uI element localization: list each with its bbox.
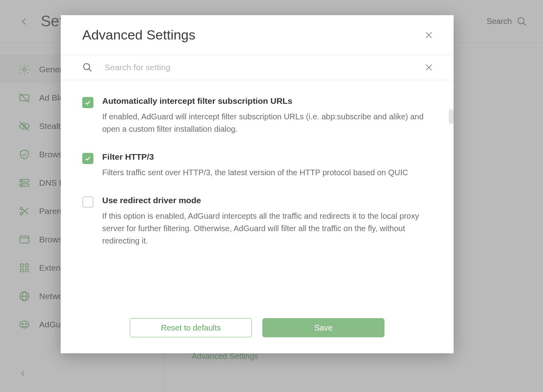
checkbox-redirect-driver[interactable] [82,196,93,208]
close-icon[interactable] [424,30,434,40]
setting-text: Use redirect driver mode If this option … [102,196,427,247]
svg-line-30 [89,69,91,71]
save-button[interactable]: Save [262,318,384,337]
checkbox-filter-http3[interactable] [82,153,93,164]
modal-body: Automatically intercept filter subscript… [61,80,454,307]
setting-title: Filter HTTP/3 [102,152,427,162]
setting-title: Use redirect driver mode [102,196,427,205]
setting-title: Automatically intercept filter subscript… [102,96,427,106]
modal-header: Advanced Settings [61,15,454,55]
setting-desc: If this option is enabled, AdGuard inter… [102,210,427,247]
search-input[interactable] [105,63,412,72]
setting-row-filter-http3: Filter HTTP/3 Filters traffic sent over … [82,152,427,179]
setting-desc: Filters traffic sent over HTTP/3, the la… [102,166,427,179]
setting-text: Filter HTTP/3 Filters traffic sent over … [102,152,427,179]
setting-desc: If enabled, AdGuard will intercept filte… [102,111,427,135]
modal-footer: Reset to defaults Save [61,307,454,353]
modal-search-row [61,55,454,80]
setting-row-redirect-driver: Use redirect driver mode If this option … [82,196,427,247]
setting-row-intercept-urls: Automatically intercept filter subscript… [82,96,427,135]
search-icon [82,62,93,73]
setting-text: Automatically intercept filter subscript… [102,96,427,135]
svg-point-29 [83,63,89,69]
checkbox-intercept-urls[interactable] [82,97,93,108]
reset-button[interactable]: Reset to defaults [130,318,252,337]
modal-title: Advanced Settings [82,27,196,43]
scrollbar-thumb[interactable] [449,109,454,124]
clear-search-icon[interactable] [424,63,434,72]
advanced-settings-modal: Advanced Settings Automatically intercep… [61,15,454,353]
